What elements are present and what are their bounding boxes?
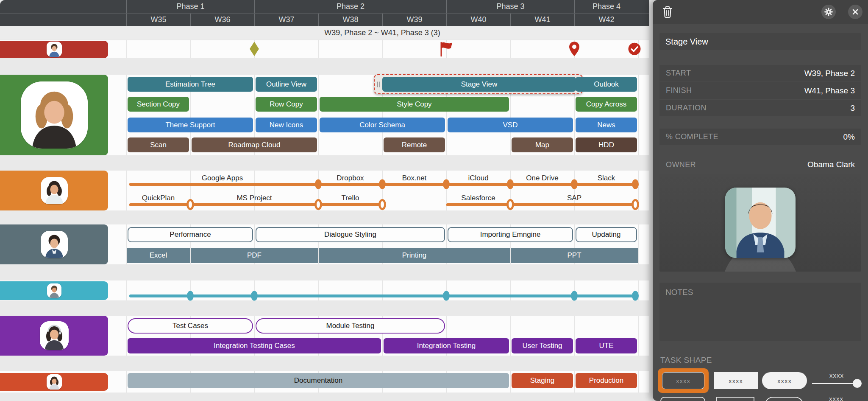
task-bar-new-icons[interactable]: New Icons (256, 118, 317, 132)
task-bar-test-cases[interactable]: Test Cases (128, 318, 253, 334)
row-avatar-1[interactable] (21, 81, 88, 149)
task-bar-outline-view[interactable]: Outline View (256, 77, 317, 92)
owner-label: OWNER (666, 160, 696, 169)
timeline-task-label-sap[interactable]: SAP (567, 194, 581, 202)
task-bar-importing-emngine[interactable]: Importing Emngine (448, 227, 573, 242)
shape-option-1-selected-dark[interactable]: xxxx (658, 368, 709, 393)
task-bar-color-schema[interactable]: Color Schema (320, 118, 445, 132)
task-bar-theme-support[interactable]: Theme Support (128, 118, 253, 132)
task-bar-pdf[interactable]: PDF (191, 248, 318, 263)
timeline-task-label-google-apps[interactable]: Google Apps (202, 174, 243, 182)
task-bar-production[interactable]: Production (576, 373, 637, 388)
task-bar-staging[interactable]: Staging (512, 373, 573, 388)
task-bar-dialogue-styling[interactable]: Dialogue Styling (256, 227, 445, 242)
task-bar-label: Module Testing (326, 322, 374, 330)
shape-option-6-outline-rect[interactable] (716, 397, 754, 401)
task-bar-user-testing[interactable]: User Testing (512, 338, 573, 353)
timeline-row-4 (0, 280, 649, 300)
task-bar-documentation[interactable]: Documentation (128, 373, 509, 388)
percent-complete-field[interactable]: % COMPLETE 0% (659, 129, 861, 145)
notes-field[interactable]: NOTES (659, 283, 861, 341)
shape-option-7-outline-pill[interactable] (765, 397, 804, 401)
row-avatar-4[interactable] (47, 283, 61, 298)
shape-preview-rounded: xxxx (662, 372, 704, 389)
timeline-task-label-salesforce[interactable]: Salesforce (461, 194, 495, 202)
percent-complete-value: 0% (843, 132, 855, 142)
start-field[interactable]: START W39, Phase 2 (659, 65, 861, 81)
timeline-task-label-one-drive[interactable]: One Drive (526, 174, 559, 182)
timeline-node-filled (507, 179, 514, 189)
task-bar-ppt[interactable]: PPT (511, 248, 638, 263)
row-avatar-6[interactable] (47, 374, 62, 390)
timeline-task-label-icloud[interactable]: iCloud (468, 174, 488, 182)
task-bar-label: Performance (170, 230, 211, 239)
timeline-task-label-slack[interactable]: Slack (598, 174, 615, 182)
shape-option-2-rect[interactable]: xxxx (714, 368, 758, 393)
task-bar-stage-view[interactable]: Stage View (382, 77, 576, 92)
roadmap-app: Phase 1Phase 2Phase 3Phase 4 W35W36W37W3… (0, 0, 868, 401)
owner-avatar[interactable] (725, 188, 796, 258)
milestone-diamond-icon[interactable] (249, 41, 260, 56)
shape-option-4-line-dot[interactable]: xxxx (810, 368, 863, 393)
drag-handle-left[interactable] (377, 81, 380, 87)
timeline-node-filled (187, 291, 194, 301)
task-inspector-panel: Stage View START W39, Phase 2 FINISH W41… (653, 0, 868, 401)
gridline (382, 40, 383, 58)
task-bar-remote[interactable]: Remote (384, 137, 445, 152)
task-bar-label: HDD (598, 141, 614, 149)
gridline (126, 171, 127, 210)
close-panel-button[interactable] (848, 5, 862, 19)
task-bar-integration-testing-cases[interactable]: Integration Testing Cases (128, 338, 381, 353)
milestone-pin-icon[interactable] (568, 41, 580, 56)
task-bar-copy-across[interactable]: Copy Across (576, 97, 637, 112)
task-bar-performance[interactable]: Performance (128, 227, 253, 242)
row-band-6 (0, 373, 108, 391)
row-avatar-5[interactable] (40, 321, 69, 350)
task-bar-ute[interactable]: UTE (576, 338, 637, 353)
finish-field[interactable]: FINISH W41, Phase 3 (659, 82, 861, 99)
row-avatar-2[interactable] (41, 177, 68, 204)
task-bar-section-copy[interactable]: Section Copy (128, 97, 189, 112)
timeline-task-label-box-net[interactable]: Box.net (402, 174, 427, 182)
timeline-task-label-dropbox[interactable]: Dropbox (337, 174, 364, 182)
row-avatar-3[interactable] (41, 231, 68, 258)
task-bar-printing[interactable]: Printing (319, 248, 510, 263)
task-bar-scan[interactable]: Scan (128, 137, 189, 152)
task-bar-style-copy[interactable]: Style Copy (320, 97, 509, 112)
timeline-task-label-trello[interactable]: Trello (342, 194, 359, 202)
timeline-node-open (506, 199, 514, 210)
owner-field[interactable]: OWNER Obama Clark (659, 156, 861, 173)
task-bar-roadmap-cloud[interactable]: Roadmap Cloud (192, 137, 317, 152)
task-bar-module-testing[interactable]: Module Testing (256, 318, 445, 334)
row-avatar-0[interactable] (47, 42, 62, 57)
settings-button[interactable] (821, 5, 836, 19)
shape-option-8-line-label[interactable]: xxxx (813, 397, 860, 401)
delete-task-button[interactable] (662, 6, 673, 20)
owner-portrait (725, 188, 796, 258)
task-bar-integration-testing[interactable]: Integration Testing (384, 338, 509, 353)
task-bar-row-copy[interactable]: Row Copy (256, 97, 317, 112)
week-cell-w37: W37 (254, 14, 318, 26)
timeline-task-label-ms-project[interactable]: MS Project (236, 194, 272, 202)
gridline (510, 371, 511, 393)
task-bar-news[interactable]: News (576, 118, 637, 132)
timeline-row-1: Estimation TreeOutline ViewStage ViewOut… (0, 75, 649, 155)
timeline-task-label-quickplan[interactable]: QuickPlan (142, 194, 175, 202)
task-title-field[interactable]: Stage View (659, 33, 861, 50)
task-bar-map[interactable]: Map (512, 137, 573, 152)
finish-value: W41, Phase 3 (804, 86, 855, 95)
start-label: START (666, 69, 691, 78)
milestone-flag-icon[interactable] (440, 41, 453, 56)
task-bar-excel[interactable]: Excel (127, 248, 190, 263)
shape-option-5-outline-rounded[interactable] (660, 397, 705, 401)
duration-field[interactable]: DURATION 3 (659, 100, 861, 116)
task-bar-vsd[interactable]: VSD (448, 118, 573, 132)
shape-option-3-pill[interactable]: xxxx (762, 368, 807, 393)
task-bar-hdd[interactable]: HDD (576, 137, 637, 152)
task-bar-label: Color Schema (359, 121, 405, 129)
task-bar-label: News (597, 121, 615, 129)
task-bar-estimation-tree[interactable]: Estimation Tree (128, 77, 253, 92)
task-bar-updating[interactable]: Updating (576, 227, 637, 242)
task-bar-outlook[interactable]: Outlook (576, 77, 637, 92)
milestone-check-icon[interactable] (628, 42, 641, 56)
